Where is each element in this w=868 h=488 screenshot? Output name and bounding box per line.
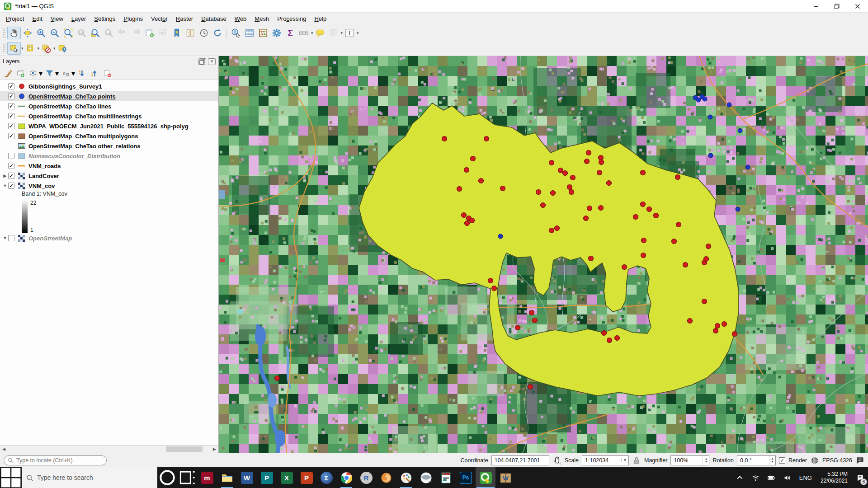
taskbar-app-paint[interactable] <box>396 467 416 488</box>
new-map-view-button[interactable] <box>143 27 156 39</box>
taskbar-app-mendeley[interactable]: m <box>197 467 217 488</box>
taskbar-app-r[interactable]: R <box>356 467 376 488</box>
locator-input[interactable] <box>16 457 98 464</box>
layer-visibility-checkbox[interactable]: ✓ <box>8 163 14 169</box>
layer-item[interactable]: ✓OpenStreetMap_CheTao lines <box>0 101 218 111</box>
text-annotation-dropdown-icon[interactable]: ▾ <box>357 31 359 35</box>
style-manager-button[interactable] <box>2 68 14 79</box>
text-annotation-button[interactable]: T <box>343 27 356 39</box>
layer-item[interactable]: ✓WDPA_WDOECM_Jun2021_Public_555594126_sh… <box>0 121 218 131</box>
layer-expander-icon[interactable]: ▶ <box>2 174 8 178</box>
layer-visibility-checkbox[interactable]: ✓ <box>8 113 14 119</box>
panel-float-icon[interactable] <box>198 58 206 65</box>
layer-visibility-checkbox[interactable]: ✓ <box>8 133 14 139</box>
toolbar-grip[interactable] <box>2 28 6 38</box>
add-group-button[interactable] <box>14 68 26 79</box>
panel-close-icon[interactable]: ✕ <box>208 58 216 65</box>
show-bookmarks-button[interactable] <box>184 27 197 39</box>
render-checkbox[interactable]: ✓ <box>779 457 785 464</box>
scroll-left-icon[interactable]: ◀ <box>0 446 8 453</box>
taskbar-app-word[interactable]: W <box>237 467 257 488</box>
magnifier-spinner[interactable]: 100%▲▼ <box>670 455 709 465</box>
menu-web[interactable]: Web <box>231 14 251 24</box>
menu-database[interactable]: Database <box>197 14 231 24</box>
select-features-button[interactable] <box>7 42 21 55</box>
locator-bar[interactable] <box>4 455 107 465</box>
zoom-out-button[interactable] <box>48 27 61 39</box>
scale-combo[interactable]: 1:102034▼ <box>582 455 629 465</box>
layer-visibility-checkbox[interactable]: ✓ <box>8 183 14 189</box>
layer-item[interactable]: ✓OpenStreetMap_CheTao multilinestrings <box>0 111 218 121</box>
menu-layer[interactable]: Layer <box>67 14 90 24</box>
layer-item[interactable]: ✓OpenStreetMap_CheTao multipolygons <box>0 131 218 141</box>
language-indicator[interactable]: ENG <box>795 467 816 488</box>
battery-icon[interactable] <box>764 467 779 488</box>
taskbar-app-qgis[interactable] <box>476 467 495 488</box>
notification-center-button[interactable]: 6 <box>852 467 868 488</box>
zoom-in-button[interactable] <box>34 27 48 39</box>
cortana-button[interactable] <box>157 467 177 488</box>
filter-legend-button[interactable] <box>43 68 55 79</box>
layer-visibility-checkbox[interactable]: ✓ <box>8 83 14 89</box>
taskbar-app-nautilus[interactable] <box>376 467 396 488</box>
menu-raster[interactable]: Raster <box>172 14 197 24</box>
rotation-spinner[interactable]: 0.0 °▲▼ <box>737 455 776 465</box>
expand-all-button[interactable] <box>76 68 88 79</box>
extent-toggle-icon[interactable] <box>552 456 561 465</box>
identify-features-button[interactable]: i <box>229 27 243 39</box>
taskbar-app-excel[interactable]: X <box>277 467 297 488</box>
messages-icon[interactable] <box>855 456 864 465</box>
menu-help[interactable]: Help <box>310 14 330 24</box>
map-canvas[interactable] <box>219 56 868 453</box>
layer-item[interactable]: ✓OpenStreetMap_CheTao points <box>0 91 218 101</box>
refresh-map-button[interactable] <box>211 27 224 39</box>
menu-settings[interactable]: Settings <box>90 14 119 24</box>
close-button[interactable] <box>847 0 868 13</box>
zoom-full-extent-button[interactable] <box>61 27 75 39</box>
manage-map-themes-button[interactable] <box>27 68 39 79</box>
start-button[interactable] <box>0 467 22 488</box>
crs-status[interactable]: EPSG:4326 <box>822 457 852 464</box>
layers-panel-scrollbar[interactable]: ◀ ▶ <box>0 445 218 453</box>
taskbar-app-chrome[interactable] <box>336 467 356 488</box>
pan-to-selection-button[interactable] <box>21 27 34 39</box>
toolbar-grip[interactable] <box>2 43 6 53</box>
taskbar-app-powerpoint[interactable]: P <box>297 467 316 488</box>
temporal-controller-button[interactable] <box>197 27 211 39</box>
select-by-form-button[interactable] <box>24 42 37 55</box>
layer-visibility-checkbox[interactable]: ✓ <box>8 103 14 109</box>
pan-map-button[interactable] <box>7 27 21 39</box>
scroll-right-icon[interactable]: ▶ <box>211 446 218 453</box>
layer-item[interactable]: ✓VNM_roads <box>0 161 218 171</box>
processing-toolbox-button[interactable] <box>270 27 283 39</box>
layer-expander-icon[interactable]: ▼ <box>2 236 8 240</box>
map-tips-button[interactable] <box>313 27 327 39</box>
open-attribute-table-button[interactable] <box>243 27 256 39</box>
layer-visibility-checkbox[interactable] <box>8 153 14 159</box>
remove-layer-button[interactable] <box>101 68 113 79</box>
filter-expression-dropdown-icon[interactable]: ▾ <box>71 69 75 78</box>
coordinate-input[interactable] <box>491 455 549 465</box>
taskbar-app-file-explorer[interactable] <box>217 467 237 488</box>
zoom-to-layer-button[interactable] <box>89 27 102 39</box>
menu-mesh[interactable]: Mesh <box>250 14 273 24</box>
taskbar-app-spss[interactable]: Σ <box>316 467 336 488</box>
menu-vector[interactable]: Vector <box>147 14 172 24</box>
taskbar-app-google-earth[interactable]: Pro <box>416 467 436 488</box>
new-spatial-bookmark-button[interactable] <box>170 27 184 39</box>
layer-item[interactable]: NomascusConcolor_Distribution <box>0 151 218 161</box>
tray-clock[interactable]: 5:32 PM 22/06/2021 <box>816 471 852 484</box>
layer-visibility-checkbox[interactable]: ✓ <box>8 173 14 179</box>
tray-chevron-icon[interactable] <box>732 467 748 488</box>
menu-edit[interactable]: Edit <box>28 14 46 24</box>
menu-processing[interactable]: Processing <box>273 14 310 24</box>
taskbar-app-texstudio[interactable] <box>436 467 456 488</box>
taskbar-app-wordweb[interactable]: W <box>495 467 515 488</box>
select-by-location-button[interactable] <box>56 42 69 55</box>
collapse-all-button[interactable] <box>89 68 100 79</box>
menu-project[interactable]: Project <box>2 14 28 24</box>
layer-expander-icon[interactable]: ▼ <box>2 183 8 188</box>
layer-visibility-checkbox[interactable] <box>8 235 14 241</box>
layer-item[interactable]: ▼OpenStreetMap <box>0 233 218 243</box>
layer-visibility-checkbox[interactable]: ✓ <box>8 123 14 129</box>
